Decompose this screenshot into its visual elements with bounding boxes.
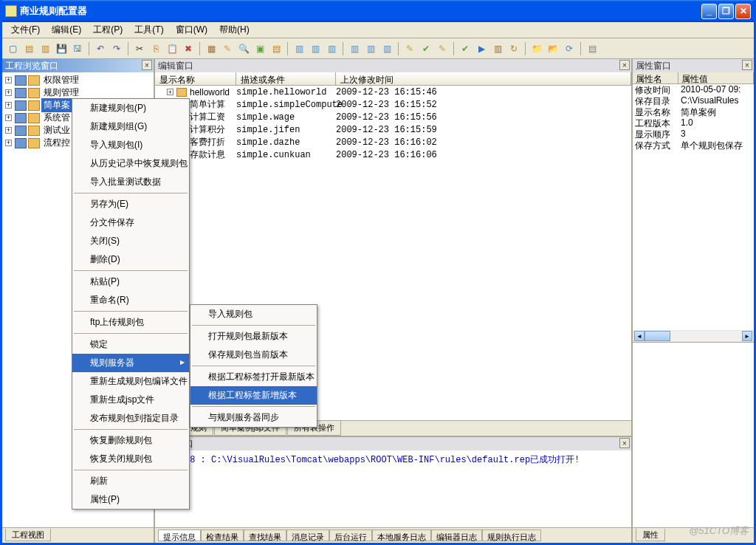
menu-item[interactable]: 窗口(W) — [170, 22, 213, 38]
context-menu-item[interactable]: 恢复删除规则包 — [72, 431, 189, 450]
context-menu-item[interactable]: 粘贴(P) — [72, 272, 189, 291]
toolbar-button[interactable]: ▥ — [292, 41, 306, 56]
property-row[interactable]: 保存方式单个规则包保存 — [633, 140, 754, 151]
menu-item[interactable]: 文件(F) — [5, 22, 46, 38]
property-row[interactable]: 修改时间2010-05-07 09: — [633, 84, 754, 95]
context-menu-item[interactable]: 导入批量测试数据 — [72, 173, 189, 191]
toolbar-button[interactable]: ▥ — [324, 41, 339, 56]
toolbar-button[interactable]: ▥ — [347, 41, 362, 56]
context-menu-item[interactable]: 分文件保存 — [72, 213, 189, 232]
table-row[interactable]: +存款计息simple.cunkuan2009-12-23 16:16:06 — [155, 148, 631, 161]
toolbar-button[interactable]: ✖ — [181, 41, 196, 56]
property-row[interactable]: 显示顺序3 — [633, 128, 754, 140]
message-tab[interactable]: 检查结果 — [201, 529, 244, 541]
toolbar-button[interactable]: ⎘ — [148, 41, 163, 56]
context-menu-item[interactable]: 与规则服务器同步 — [190, 408, 317, 427]
toolbar-button[interactable]: ↶ — [93, 41, 108, 56]
context-menu-item[interactable]: 属性(P) — [72, 490, 189, 509]
tree-item[interactable]: +权限管理 — [4, 74, 152, 86]
context-menu-item[interactable]: 重新生成jsp文件 — [72, 391, 189, 409]
message-tab[interactable]: 提示信息 — [158, 529, 201, 541]
properties-close-icon[interactable]: × — [742, 60, 752, 70]
col-time[interactable]: 上次修改时间 — [336, 72, 631, 85]
minimize-button[interactable]: _ — [701, 4, 717, 19]
context-menu-item[interactable]: 根据工程标签打开最新版本 — [190, 368, 317, 386]
toolbar-button[interactable]: ✔ — [458, 41, 472, 56]
scroll-left-button[interactable]: ◄ — [634, 331, 645, 341]
context-menu-item[interactable]: 保存规则包当前版本 — [190, 346, 317, 364]
property-row[interactable]: 保存目录C:\VisualRules — [633, 95, 754, 106]
message-tab[interactable]: 消息记录 — [286, 529, 329, 541]
expand-icon[interactable]: + — [5, 89, 12, 96]
message-tab[interactable]: 查找结果 — [244, 529, 286, 541]
toolbar-button[interactable]: ▥ — [490, 41, 505, 56]
context-menu-item[interactable]: 新建规则组(G) — [72, 117, 189, 136]
menu-item[interactable]: 工程(P) — [87, 22, 128, 38]
prop-col-name[interactable]: 属性名 — [633, 72, 678, 84]
prop-col-value[interactable]: 属性值 — [678, 72, 754, 84]
expand-icon[interactable]: + — [167, 89, 173, 95]
tree-item[interactable]: +规则管理 — [4, 86, 152, 99]
toolbar-button[interactable]: ▤ — [269, 41, 284, 56]
toolbar-button[interactable]: ▣ — [252, 41, 267, 56]
table-row[interactable]: +客费打折simple.dazhe2009-12-23 16:16:02 — [155, 136, 631, 148]
scroll-track[interactable] — [645, 331, 742, 341]
menu-item[interactable]: 帮助(H) — [213, 22, 255, 38]
toolbar-button[interactable]: ✂ — [132, 41, 147, 56]
toolbar-button[interactable]: ▶ — [474, 41, 489, 56]
scroll-right-button[interactable]: ► — [742, 331, 752, 341]
toolbar-button[interactable]: 📁 — [529, 41, 544, 56]
menu-item[interactable]: 编辑(E) — [46, 22, 87, 38]
context-menu-item[interactable]: 重命名(R) — [72, 291, 189, 309]
table-row[interactable]: +简单计算simple.simpleCompute2009-12-23 16:1… — [155, 98, 631, 111]
context-menu-item[interactable]: 导入规则包(I) — [72, 136, 189, 154]
expand-icon[interactable]: + — [5, 102, 12, 109]
context-menu-item[interactable]: 新建规则包(P) — [72, 99, 189, 117]
col-name[interactable]: 显示名称 — [155, 72, 236, 85]
context-menu-item[interactable]: 规则服务器 — [72, 354, 189, 372]
table-row[interactable]: +计算积分simple.jifen2009-12-23 16:15:59 — [155, 123, 631, 136]
message-tab[interactable]: 本地服务日志 — [372, 529, 431, 541]
context-menu-item[interactable]: 从历史记录中恢复规则包 — [72, 154, 189, 173]
toolbar-button[interactable]: ⟳ — [562, 41, 577, 56]
toolbar-button[interactable]: ▦ — [204, 41, 219, 56]
toolbar-button[interactable]: ✎ — [435, 41, 450, 56]
project-view-tab[interactable]: 工程视图 — [5, 529, 51, 541]
toolbar-button[interactable]: 🔍 — [236, 41, 251, 56]
col-desc[interactable]: 描述或条件 — [236, 72, 336, 85]
toolbar-button[interactable]: 🖫 — [70, 41, 85, 56]
tree-label[interactable]: 流程控 — [41, 136, 72, 150]
toolbar-button[interactable]: 📋 — [165, 41, 179, 56]
context-menu-item[interactable]: 关闭(S) — [72, 232, 189, 250]
context-menu-item[interactable]: 发布规则包到指定目录 — [72, 409, 189, 428]
toolbar-button[interactable]: ▥ — [379, 41, 394, 56]
expand-icon[interactable]: + — [5, 114, 12, 121]
table-row[interactable]: +helloworldsimple.helloworld2009-12-23 1… — [155, 86, 631, 98]
close-button[interactable]: ✕ — [735, 4, 751, 19]
toolbar-button[interactable]: ↻ — [506, 41, 521, 56]
editor-close-icon[interactable]: × — [619, 60, 630, 70]
context-menu-item[interactable]: 打开规则包最新版本 — [190, 327, 317, 346]
context-menu-item[interactable]: ftp上传规则包 — [72, 313, 189, 332]
toolbar-button[interactable]: 💾 — [54, 41, 69, 56]
toolbar-button[interactable]: ▥ — [363, 41, 378, 56]
context-menu-item[interactable]: 重新生成规则包编译文件 — [72, 372, 189, 391]
message-body[interactable]: 9:11:28 : C:\VisualRules\Tomcat\webapps\… — [155, 450, 631, 527]
context-menu-item[interactable]: 另存为(E) — [72, 195, 189, 213]
scroll-thumb[interactable] — [645, 331, 670, 341]
context-menu-item[interactable]: 刷新 — [72, 472, 189, 490]
property-row[interactable]: 工程版本1.0 — [633, 117, 754, 128]
toolbar-button[interactable]: ✔ — [419, 41, 433, 56]
menu-item[interactable]: 工具(T) — [128, 22, 169, 38]
context-menu-item[interactable]: 锁定 — [72, 335, 189, 354]
message-tab[interactable]: 规则执行日志 — [482, 529, 541, 541]
table-row[interactable]: +计算工资simple.wage2009-12-23 16:15:56 — [155, 111, 631, 123]
expand-icon[interactable]: + — [5, 127, 12, 134]
project-browser-close-icon[interactable]: × — [142, 60, 152, 70]
expand-icon[interactable]: + — [5, 140, 12, 146]
context-menu-item[interactable]: 删除(D) — [72, 250, 189, 269]
context-menu-item[interactable]: 恢复关闭规则包 — [72, 450, 189, 468]
properties-tab[interactable]: 属性 — [636, 529, 665, 541]
context-menu-item[interactable]: 根据工程标签新增版本 — [190, 386, 317, 405]
message-tab[interactable]: 编辑器日志 — [431, 529, 482, 541]
